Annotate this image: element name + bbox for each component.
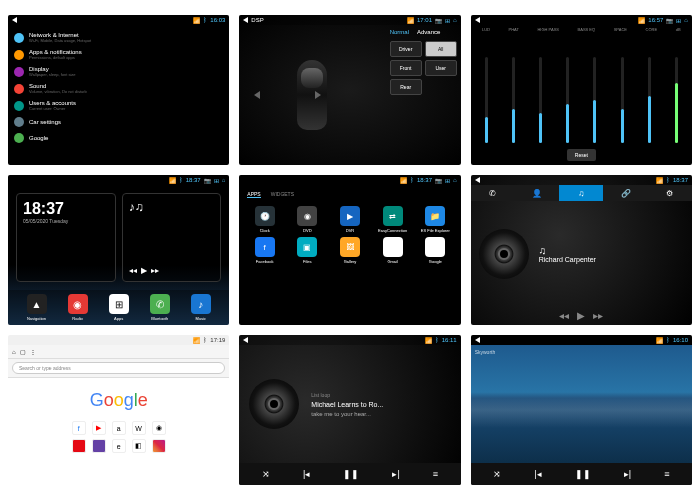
clock: 16:10	[673, 337, 688, 343]
app-item[interactable]: ◉DVD	[288, 206, 327, 233]
dock-item[interactable]: ✆Bluetooth	[150, 294, 170, 321]
next-button[interactable]: ▸|	[624, 469, 631, 479]
back-icon[interactable]	[475, 177, 480, 183]
tab-advance[interactable]: Advance	[417, 29, 440, 35]
back-icon[interactable]	[475, 337, 480, 343]
tab-contacts[interactable]: 👤	[515, 185, 559, 201]
music-icon: ♫	[539, 245, 596, 256]
car-diagram[interactable]	[239, 25, 385, 165]
setting-icon	[14, 84, 24, 94]
bookmark-amazon[interactable]: a	[112, 421, 126, 435]
back-icon[interactable]	[243, 337, 248, 343]
dock-item[interactable]: ⊞Apps	[109, 294, 129, 321]
eq-slider[interactable]	[539, 57, 542, 143]
video-viewport[interactable]: Skyworth	[471, 345, 692, 463]
back-icon[interactable]	[243, 17, 248, 23]
tab-link[interactable]: 🔗	[603, 185, 647, 201]
app-item[interactable]: fFacebook	[245, 237, 284, 264]
app-item[interactable]: ▶DVR	[331, 206, 370, 233]
bookmark-youtube[interactable]: ▶	[92, 421, 106, 435]
list-button[interactable]: ≡	[664, 469, 669, 479]
shuffle-button[interactable]: ⤨	[262, 469, 270, 479]
setting-row[interactable]: SoundVolume, vibration, Do not disturb	[14, 80, 223, 97]
bookmark[interactable]	[92, 439, 106, 453]
tab-music[interactable]: ♫	[559, 185, 603, 201]
back-icon[interactable]	[475, 17, 480, 23]
app-item[interactable]: ▣Files	[288, 237, 327, 264]
clock: 17:01	[417, 17, 432, 23]
app-item[interactable]: 📁ES File Explorer	[416, 206, 455, 233]
dock-icon: ▲	[27, 294, 47, 314]
bookmark[interactable]	[72, 439, 86, 453]
bookmark[interactable]: ◉	[152, 421, 166, 435]
app-item[interactable]: GGoogle	[416, 237, 455, 264]
url-input[interactable]: Search or type address	[12, 362, 225, 374]
bookmark[interactable]: ◧	[132, 439, 146, 453]
setting-row[interactable]: Users & accountsCurrent user: Owner	[14, 97, 223, 114]
app-icon: 🖼	[340, 237, 360, 257]
play-button[interactable]: ▶	[577, 310, 585, 321]
play-icon[interactable]: ▶	[141, 266, 147, 275]
home-icon[interactable]: ⌂	[12, 349, 16, 355]
setting-row[interactable]: Car settings	[14, 114, 223, 130]
eq-slider[interactable]	[593, 57, 596, 143]
eq-slider[interactable]	[648, 57, 651, 143]
eq-slider[interactable]	[675, 57, 678, 143]
app-item[interactable]: 🖼Gallery	[331, 237, 370, 264]
setting-icon	[14, 50, 24, 60]
next-icon[interactable]: ▸▸	[151, 266, 159, 275]
tab-phone[interactable]: ✆	[471, 185, 515, 201]
setting-row[interactable]: Network & InternetWi-Fi, Mobile, Data us…	[14, 29, 223, 46]
bookmark-instagram[interactable]	[152, 439, 166, 453]
prev-button[interactable]: ◂◂	[559, 310, 569, 321]
dock-item[interactable]: ◉Radio	[68, 294, 88, 321]
eq-slider[interactable]	[566, 57, 569, 143]
app-label: DVD	[303, 228, 311, 233]
btn-user[interactable]: User	[425, 60, 457, 76]
tab-apps[interactable]: APPS	[247, 191, 260, 198]
btn-front[interactable]: Front	[390, 60, 422, 76]
menu-icon[interactable]: ⋮	[30, 348, 36, 355]
tab-normal[interactable]: Normal	[390, 29, 409, 35]
prev-icon[interactable]: ◂◂	[129, 266, 137, 275]
dock-label: Apps	[114, 316, 123, 321]
btn-driver[interactable]: Driver	[390, 41, 422, 57]
btn-all[interactable]: All	[425, 41, 457, 57]
btn-rear[interactable]: Rear	[390, 79, 422, 95]
bookmark-wiki[interactable]: W	[132, 421, 146, 435]
setting-row[interactable]: DisplayWallpaper, sleep, font size	[14, 63, 223, 80]
app-item[interactable]: ⇄EasyConnection	[373, 206, 412, 233]
eq-slider[interactable]	[512, 57, 515, 143]
tab-icon[interactable]: ▢	[20, 348, 26, 355]
bookmark[interactable]: e	[112, 439, 126, 453]
album-disc-icon	[249, 379, 299, 429]
loop-label: List loop	[311, 392, 450, 398]
list-button[interactable]: ≡	[433, 469, 438, 479]
setting-title: Google	[29, 135, 223, 141]
setting-row[interactable]: Google	[14, 130, 223, 146]
pause-button[interactable]: ❚❚	[575, 469, 591, 479]
prev-button[interactable]: |◂	[534, 469, 541, 479]
eq-slider[interactable]	[621, 57, 624, 143]
arrow-left-icon[interactable]	[254, 91, 260, 99]
tab-settings[interactable]: ⚙	[648, 185, 692, 201]
setting-row[interactable]: Apps & notificationsPermissions, default…	[14, 46, 223, 63]
dock-item[interactable]: ▲Navigation	[27, 294, 47, 321]
tab-widgets[interactable]: WIDGETS	[271, 191, 294, 198]
music-widget[interactable]: ♪♫ ◂◂ ▶ ▸▸	[122, 193, 222, 282]
shuffle-button[interactable]: ⤨	[493, 469, 501, 479]
dock-item[interactable]: ♪Music	[191, 294, 211, 321]
app-item[interactable]: MGmail	[373, 237, 412, 264]
prev-button[interactable]: |◂	[303, 469, 310, 479]
bookmark-facebook[interactable]: f	[72, 421, 86, 435]
clock-widget[interactable]: 18:37 05/05/2020 Tuesday	[16, 193, 116, 282]
back-icon[interactable]	[12, 17, 17, 23]
app-item[interactable]: 🕐Clock	[245, 206, 284, 233]
reset-button[interactable]: Reset	[567, 149, 596, 161]
arrow-right-icon[interactable]	[315, 91, 321, 99]
pause-button[interactable]: ❚❚	[343, 469, 359, 479]
next-button[interactable]: ▸▸	[593, 310, 603, 321]
setting-title: Car settings	[29, 119, 223, 125]
eq-slider[interactable]	[485, 57, 488, 143]
next-button[interactable]: ▸|	[392, 469, 399, 479]
